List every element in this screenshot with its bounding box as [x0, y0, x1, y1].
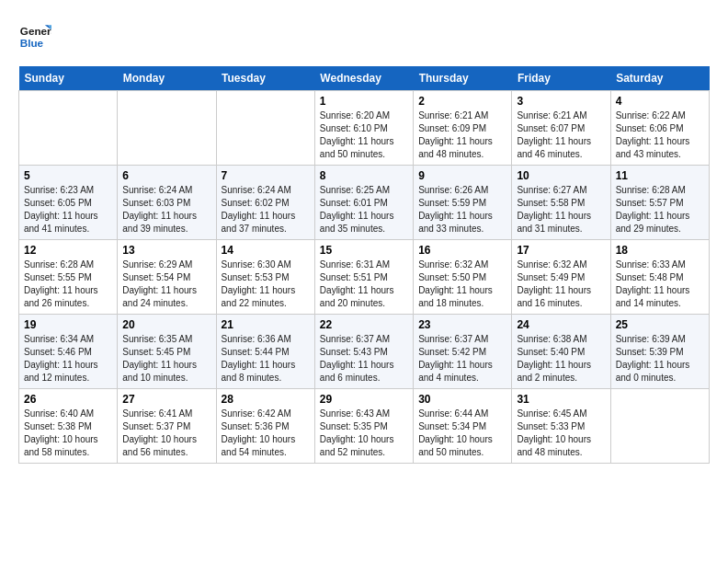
day-number: 7: [222, 169, 310, 182]
calendar-cell: 1Sunrise: 6:20 AM Sunset: 6:10 PM Daylig…: [314, 91, 413, 166]
day-info: Sunrise: 6:40 AM Sunset: 5:38 PM Dayligh…: [24, 408, 112, 459]
calendar-cell: 11Sunrise: 6:28 AM Sunset: 5:57 PM Dayli…: [610, 166, 709, 240]
calendar-cell: 6Sunrise: 6:24 AM Sunset: 6:03 PM Daylig…: [118, 166, 216, 240]
calendar-cell: 26Sunrise: 6:40 AM Sunset: 5:38 PM Dayli…: [19, 389, 118, 464]
calendar-cell: [216, 91, 314, 166]
day-info: Sunrise: 6:44 AM Sunset: 5:34 PM Dayligh…: [418, 408, 506, 459]
day-number: 2: [418, 95, 506, 108]
day-info: Sunrise: 6:36 AM Sunset: 5:44 PM Dayligh…: [222, 333, 310, 385]
day-info: Sunrise: 6:21 AM Sunset: 6:09 PM Dayligh…: [418, 109, 506, 161]
day-number: 28: [222, 393, 310, 406]
column-header-thursday: Thursday: [414, 66, 512, 91]
day-number: 1: [320, 95, 408, 108]
svg-text:Blue: Blue: [20, 37, 44, 49]
day-number: 12: [24, 244, 112, 257]
day-number: 20: [122, 318, 210, 331]
calendar-week-row: 19Sunrise: 6:34 AM Sunset: 5:46 PM Dayli…: [19, 315, 710, 389]
calendar-cell: 12Sunrise: 6:28 AM Sunset: 5:55 PM Dayli…: [19, 240, 118, 315]
calendar-cell: 21Sunrise: 6:36 AM Sunset: 5:44 PM Dayli…: [216, 315, 314, 389]
calendar-cell: 16Sunrise: 6:32 AM Sunset: 5:50 PM Dayli…: [414, 240, 512, 315]
calendar-cell: 7Sunrise: 6:24 AM Sunset: 6:02 PM Daylig…: [216, 166, 314, 240]
calendar-cell: 17Sunrise: 6:32 AM Sunset: 5:49 PM Dayli…: [512, 240, 610, 315]
day-info: Sunrise: 6:33 AM Sunset: 5:48 PM Dayligh…: [616, 259, 704, 310]
day-info: Sunrise: 6:27 AM Sunset: 5:58 PM Dayligh…: [517, 184, 605, 236]
day-number: 23: [418, 318, 506, 331]
day-number: 17: [517, 244, 605, 257]
day-number: 26: [24, 393, 112, 406]
day-info: Sunrise: 6:21 AM Sunset: 6:07 PM Dayligh…: [517, 109, 605, 161]
calendar-cell: 9Sunrise: 6:26 AM Sunset: 5:59 PM Daylig…: [414, 166, 512, 240]
day-info: Sunrise: 6:28 AM Sunset: 5:55 PM Dayligh…: [24, 259, 112, 310]
day-info: Sunrise: 6:20 AM Sunset: 6:10 PM Dayligh…: [320, 109, 408, 161]
calendar-table: SundayMondayTuesdayWednesdayThursdayFrid…: [18, 66, 710, 464]
day-info: Sunrise: 6:32 AM Sunset: 5:49 PM Dayligh…: [517, 259, 605, 310]
calendar-cell: 4Sunrise: 6:22 AM Sunset: 6:06 PM Daylig…: [610, 91, 709, 166]
day-info: Sunrise: 6:29 AM Sunset: 5:54 PM Dayligh…: [122, 259, 210, 310]
day-number: 10: [517, 169, 605, 182]
day-info: Sunrise: 6:41 AM Sunset: 5:37 PM Dayligh…: [122, 408, 210, 459]
calendar-cell: [118, 91, 216, 166]
day-number: 24: [517, 318, 605, 331]
day-info: Sunrise: 6:37 AM Sunset: 5:42 PM Dayligh…: [418, 333, 506, 385]
day-info: Sunrise: 6:42 AM Sunset: 5:36 PM Dayligh…: [222, 408, 310, 459]
calendar-cell: 18Sunrise: 6:33 AM Sunset: 5:48 PM Dayli…: [610, 240, 709, 315]
column-header-sunday: Sunday: [19, 66, 118, 91]
calendar-cell: 30Sunrise: 6:44 AM Sunset: 5:34 PM Dayli…: [414, 389, 512, 464]
calendar-cell: 27Sunrise: 6:41 AM Sunset: 5:37 PM Dayli…: [118, 389, 216, 464]
column-header-tuesday: Tuesday: [216, 66, 314, 91]
column-header-saturday: Saturday: [610, 66, 709, 91]
day-info: Sunrise: 6:45 AM Sunset: 5:33 PM Dayligh…: [517, 408, 605, 459]
calendar-cell: 2Sunrise: 6:21 AM Sunset: 6:09 PM Daylig…: [414, 91, 512, 166]
day-number: 14: [222, 244, 310, 257]
calendar-header-row: SundayMondayTuesdayWednesdayThursdayFrid…: [19, 66, 710, 91]
calendar-cell: 25Sunrise: 6:39 AM Sunset: 5:39 PM Dayli…: [610, 315, 709, 389]
calendar-cell: 8Sunrise: 6:25 AM Sunset: 6:01 PM Daylig…: [314, 166, 413, 240]
calendar-week-row: 26Sunrise: 6:40 AM Sunset: 5:38 PM Dayli…: [19, 389, 710, 464]
logo-icon: General Blue: [18, 18, 51, 52]
column-header-monday: Monday: [118, 66, 216, 91]
day-number: 11: [616, 169, 704, 182]
calendar-cell: 28Sunrise: 6:42 AM Sunset: 5:36 PM Dayli…: [216, 389, 314, 464]
day-info: Sunrise: 6:31 AM Sunset: 5:51 PM Dayligh…: [320, 259, 408, 310]
calendar-cell: 20Sunrise: 6:35 AM Sunset: 5:45 PM Dayli…: [118, 315, 216, 389]
day-number: 13: [122, 244, 210, 257]
day-number: 9: [418, 169, 506, 182]
day-info: Sunrise: 6:28 AM Sunset: 5:57 PM Dayligh…: [616, 184, 704, 236]
day-info: Sunrise: 6:30 AM Sunset: 5:53 PM Dayligh…: [222, 259, 310, 310]
column-header-friday: Friday: [512, 66, 610, 91]
day-info: Sunrise: 6:22 AM Sunset: 6:06 PM Dayligh…: [616, 109, 704, 161]
calendar-cell: 13Sunrise: 6:29 AM Sunset: 5:54 PM Dayli…: [118, 240, 216, 315]
calendar-cell: 15Sunrise: 6:31 AM Sunset: 5:51 PM Dayli…: [314, 240, 413, 315]
day-number: 3: [517, 95, 605, 108]
day-number: 15: [320, 244, 408, 257]
svg-text:General: General: [20, 25, 51, 37]
calendar-cell: [610, 389, 709, 464]
day-info: Sunrise: 6:39 AM Sunset: 5:39 PM Dayligh…: [616, 333, 704, 385]
day-number: 22: [320, 318, 408, 331]
day-number: 5: [24, 169, 112, 182]
day-info: Sunrise: 6:37 AM Sunset: 5:43 PM Dayligh…: [320, 333, 408, 385]
day-info: Sunrise: 6:43 AM Sunset: 5:35 PM Dayligh…: [320, 408, 408, 459]
day-number: 27: [122, 393, 210, 406]
day-info: Sunrise: 6:32 AM Sunset: 5:50 PM Dayligh…: [418, 259, 506, 310]
calendar-week-row: 5Sunrise: 6:23 AM Sunset: 6:05 PM Daylig…: [19, 166, 710, 240]
day-number: 8: [320, 169, 408, 182]
day-number: 16: [418, 244, 506, 257]
calendar-cell: 19Sunrise: 6:34 AM Sunset: 5:46 PM Dayli…: [19, 315, 118, 389]
calendar-week-row: 1Sunrise: 6:20 AM Sunset: 6:10 PM Daylig…: [19, 91, 710, 166]
calendar-cell: 3Sunrise: 6:21 AM Sunset: 6:07 PM Daylig…: [512, 91, 610, 166]
page-header: General Blue: [18, 18, 710, 52]
day-number: 18: [616, 244, 704, 257]
day-info: Sunrise: 6:38 AM Sunset: 5:40 PM Dayligh…: [517, 333, 605, 385]
column-header-wednesday: Wednesday: [314, 66, 413, 91]
calendar-cell: 5Sunrise: 6:23 AM Sunset: 6:05 PM Daylig…: [19, 166, 118, 240]
day-info: Sunrise: 6:26 AM Sunset: 5:59 PM Dayligh…: [418, 184, 506, 236]
calendar-cell: 24Sunrise: 6:38 AM Sunset: 5:40 PM Dayli…: [512, 315, 610, 389]
day-number: 21: [222, 318, 310, 331]
calendar-cell: 22Sunrise: 6:37 AM Sunset: 5:43 PM Dayli…: [314, 315, 413, 389]
day-info: Sunrise: 6:34 AM Sunset: 5:46 PM Dayligh…: [24, 333, 112, 385]
calendar-cell: 23Sunrise: 6:37 AM Sunset: 5:42 PM Dayli…: [414, 315, 512, 389]
day-number: 29: [320, 393, 408, 406]
calendar-cell: [19, 91, 118, 166]
day-info: Sunrise: 6:24 AM Sunset: 6:02 PM Dayligh…: [222, 184, 310, 236]
